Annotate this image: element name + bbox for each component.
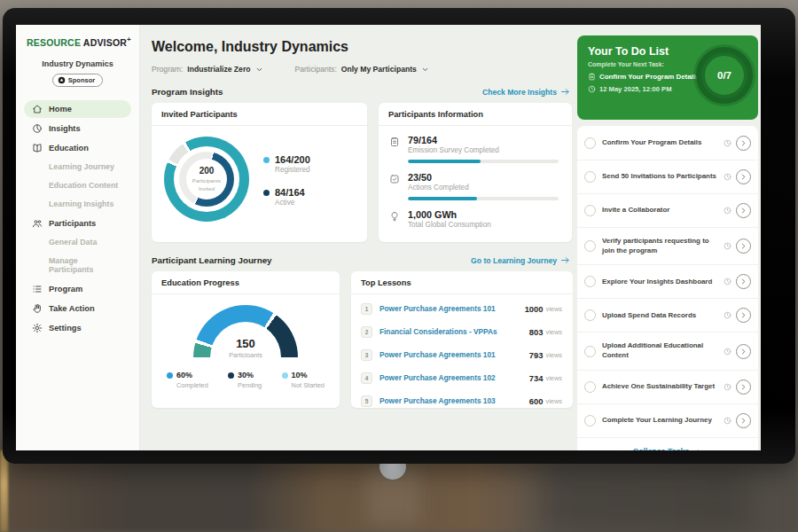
collapse-tasks-link[interactable]: Collapse Tasks (577, 438, 758, 450)
task-open-button[interactable] (736, 413, 751, 428)
task-checkbox[interactable] (584, 240, 596, 252)
info-value: 23/50 (408, 172, 559, 183)
clock-icon (724, 139, 732, 147)
filter-value: Only My Participants (341, 65, 417, 74)
progress-bar (408, 160, 559, 163)
sidebar-item-label: Settings (49, 324, 82, 332)
legend-label: Registered (275, 166, 310, 174)
take-action-icon (32, 303, 43, 314)
invited-participants-card: Invited Participants 200 Participants In… (152, 103, 367, 242)
lesson-link[interactable]: Power Purchase Agreements 101 (379, 350, 529, 359)
sidebar-item-label: Education Content (49, 181, 118, 190)
sidebar-item[interactable]: Education Content (24, 177, 131, 194)
legend-dot (263, 190, 270, 196)
chevron-right-icon (739, 348, 747, 356)
app-logo: RESOURCE ADVISOR+ (16, 25, 139, 48)
participants-icon (32, 218, 43, 229)
sidebar-item[interactable]: Take Action (24, 300, 131, 317)
lesson-link[interactable]: Power Purchase Agreements 103 (379, 396, 529, 405)
sidebar-item-label: Insights (49, 124, 81, 133)
task-checkbox[interactable] (584, 276, 596, 287)
education-icon (32, 143, 43, 153)
sidebar-item[interactable]: Education (24, 139, 131, 157)
survey-icon (389, 137, 400, 147)
task-open-button[interactable] (736, 274, 751, 289)
lesson-rank: 4 (361, 372, 372, 384)
lesson-views-suffix: views (546, 351, 562, 359)
chevron-down-icon (421, 66, 429, 74)
sidebar-item[interactable]: Home (24, 100, 131, 118)
chevron-up-icon (693, 447, 702, 450)
check-more-insights-link[interactable]: Check More Insights (482, 87, 570, 97)
filter-dropdown[interactable]: Participants: Only My Participants (295, 65, 429, 74)
background-object (0, 450, 8, 532)
task-open-button[interactable] (736, 169, 751, 184)
info-row: 1,000 GWh Total Global Consumption (389, 209, 561, 229)
task-label: Upload Spend Data Records (602, 311, 721, 321)
filter-dropdown[interactable]: Program: Industrialize Zero (152, 65, 263, 74)
task-checkbox[interactable] (584, 346, 596, 357)
lesson-link[interactable]: Financial Considerations - VPPAs (379, 327, 529, 336)
lesson-rank: 3 (361, 349, 372, 361)
chevron-right-icon (739, 173, 747, 181)
lesson-rank: 5 (361, 395, 372, 407)
gauge-center-value: 150 (193, 337, 298, 350)
todo-due-date: 12 May 2025, 12:00 PM (599, 85, 671, 93)
sidebar-item[interactable]: Learning Journey (24, 159, 131, 176)
sidebar-item[interactable]: Program (24, 280, 131, 298)
progress-bar (408, 197, 559, 200)
task-open-button[interactable] (736, 379, 751, 395)
bulb-icon (389, 211, 400, 222)
sidebar-item[interactable]: Insights (24, 120, 131, 137)
todo-task-row: Invite a Collaborator (577, 194, 758, 228)
task-checkbox[interactable] (584, 205, 596, 216)
filter-label: Participants: (295, 65, 337, 74)
go-to-learning-journey-link[interactable]: Go to Learning Journey (471, 255, 570, 265)
actions-icon (389, 174, 400, 184)
task-checkbox[interactable] (584, 171, 596, 183)
sponsor-badge[interactable]: Sponsor (52, 74, 103, 87)
task-checkbox[interactable] (584, 309, 596, 321)
gauge-legend: 60% Completed 30% (167, 371, 325, 389)
sidebar-item[interactable]: Manage Participants (24, 253, 131, 278)
legend-label: Not Started (292, 381, 325, 389)
card-title: Top Lessons (351, 271, 573, 294)
education-progress-card: Education Progress 150 Participants (152, 271, 340, 408)
todo-panel: Your To Do List Complete Your Next Task:… (575, 25, 761, 450)
sidebar-item[interactable]: General Data (24, 234, 131, 251)
task-open-button[interactable] (736, 308, 751, 323)
lesson-link[interactable]: Power Purchase Agreements 101 (379, 304, 525, 313)
task-checkbox[interactable] (584, 381, 596, 393)
task-checkbox[interactable] (584, 415, 596, 426)
sidebar-item-label: Manage Participants (49, 256, 123, 274)
task-checkbox[interactable] (584, 137, 596, 149)
task-open-button[interactable] (736, 239, 751, 254)
sidebar-item-label: Learning Insights (49, 200, 113, 208)
chevron-down-icon (255, 66, 263, 74)
card-title: Education Progress (152, 271, 340, 294)
task-open-button[interactable] (736, 136, 751, 151)
clock-icon (724, 278, 732, 286)
task-label: Confirm Your Program Details (602, 138, 721, 148)
clock-icon (724, 383, 732, 391)
chevron-right-icon (739, 242, 747, 250)
legend-label: Pending (238, 381, 262, 389)
todo-progress-ring: 0/7 (696, 47, 753, 104)
invited-participants-donut-chart: 200 Participants Invited (164, 137, 249, 222)
clock-icon (724, 311, 732, 319)
home-icon (32, 104, 43, 114)
legend-item: 84/164 Active (263, 187, 310, 207)
legend-value: 164/200 (275, 154, 310, 165)
progress-bar-fill (408, 197, 477, 200)
donut-legend: 164/200 Registered 84/164 (263, 154, 310, 222)
sidebar-item[interactable]: Settings (24, 319, 131, 337)
task-open-button[interactable] (736, 344, 751, 359)
sidebar-item[interactable]: Participants (24, 215, 131, 232)
lesson-views-count: 734 (529, 373, 544, 383)
lesson-rank: 2 (361, 326, 372, 338)
sidebar-item[interactable]: Learning Insights (24, 196, 131, 213)
insights-icon (32, 123, 43, 134)
lesson-link[interactable]: Power Purchase Agreements 102 (379, 373, 529, 382)
legend-item: 60% Completed (167, 371, 208, 389)
task-open-button[interactable] (736, 203, 751, 218)
